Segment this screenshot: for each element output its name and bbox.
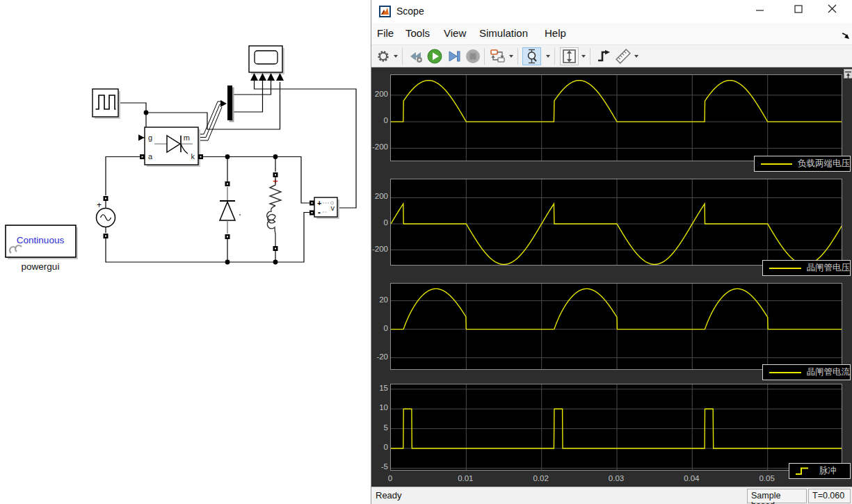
vm-plus-label: +	[317, 199, 321, 207]
matlab-app-icon	[379, 6, 391, 17]
menubar-overflow-icon[interactable]	[841, 30, 850, 42]
play-icon[interactable]	[426, 48, 443, 65]
menu-tools[interactable]: Tools	[405, 27, 430, 39]
x-tick-label: 0.02	[527, 474, 555, 482]
y-tick-label: 0	[371, 443, 388, 451]
stop-icon[interactable]	[465, 48, 481, 65]
powergui-block[interactable]: Continuous powergui	[6, 225, 78, 272]
zoom-dropdown-arrow[interactable]	[546, 55, 550, 58]
inductor-icon	[267, 206, 275, 251]
vm-minus-label: -	[318, 208, 321, 218]
step-back-icon[interactable]	[408, 48, 424, 65]
x-tick-label: 0	[376, 474, 404, 482]
statusbar: Ready Sample based T=0.060	[371, 487, 852, 504]
separator	[484, 48, 485, 65]
pulse-generator-block[interactable]	[93, 89, 120, 119]
port-label-k: k	[191, 152, 195, 161]
bus-arrow	[220, 100, 227, 107]
port-label-a: a	[148, 152, 153, 161]
legend-thyristor-voltage[interactable]: 晶闸管电压	[762, 260, 851, 276]
y-tick-label: 10	[371, 403, 388, 412]
y-tick-label: 15	[371, 384, 388, 392]
y-tick-label: 0	[371, 324, 388, 332]
legend-thyristor-current[interactable]: 晶闸管电流	[762, 364, 851, 380]
y-tick-label: -5	[371, 462, 388, 471]
step-forward-icon[interactable]	[446, 48, 463, 65]
menubar: File Tools View Simulation Help	[371, 23, 852, 44]
x-tick-label: 0.01	[451, 474, 479, 482]
layout-icon[interactable]	[490, 48, 506, 65]
vm-v-label: v	[331, 204, 335, 212]
simulink-model-canvas: g a m k + +	[0, 0, 371, 504]
ac-voltage-source-block[interactable]: +	[97, 200, 115, 233]
zoom-cursor-icon[interactable]	[522, 47, 541, 65]
y-tick-label: 5	[371, 423, 388, 432]
x-tick-label: 0.05	[753, 474, 781, 482]
demux-block[interactable]	[227, 86, 234, 122]
titlebar: Scope	[371, 0, 852, 23]
ac-plus-label: +	[97, 200, 102, 210]
measurement-bus	[198, 101, 222, 140]
y-tick-label: 0	[371, 218, 388, 227]
legend-pulse[interactable]: 脉冲	[789, 463, 851, 479]
legend-label: 脉冲	[819, 465, 837, 477]
ruler-dropdown-arrow[interactable]	[634, 55, 638, 58]
y-tick-label: -200	[371, 143, 388, 151]
legend-load-voltage[interactable]: 负载两端电压	[754, 156, 851, 172]
series-rl-branch-block[interactable]: +	[267, 176, 281, 251]
thyristor-block[interactable]: g a m k	[145, 127, 200, 167]
gear-dropdown-arrow[interactable]	[394, 55, 398, 58]
scope-screen-icon	[255, 51, 278, 64]
toolbar	[371, 44, 852, 67]
minimize-button[interactable]	[744, 0, 775, 21]
status-message: Ready	[376, 490, 402, 501]
fit-view-icon[interactable]	[560, 47, 579, 65]
port-label-g: g	[148, 133, 152, 142]
scope-plot-thyristor-voltage[interactable]	[390, 179, 842, 266]
close-button[interactable]	[817, 0, 848, 21]
connection-ports	[104, 154, 315, 251]
scope-plot-thyristor-current[interactable]	[390, 283, 842, 370]
menu-simulation[interactable]: Simulation	[479, 27, 528, 39]
legend-label: 晶闸管电流	[807, 366, 851, 378]
expand-plot-icon[interactable]	[844, 69, 852, 79]
legend-line-sample	[769, 372, 801, 373]
gear-icon[interactable]	[375, 48, 392, 65]
powergui-name-label: powergui	[22, 261, 60, 272]
powergui-mode-label: Continuous	[17, 235, 65, 245]
x-tick-label: 0.03	[602, 474, 630, 482]
y-tick-label: 0	[371, 116, 388, 124]
diode-triangle-icon	[220, 202, 235, 221]
separator	[517, 48, 518, 65]
status-sample-mode: Sample based	[747, 489, 807, 503]
fit-view-dropdown-arrow[interactable]	[581, 55, 586, 58]
scope-plot-load-voltage[interactable]	[390, 74, 842, 161]
x-tick-label: 0.04	[677, 474, 705, 482]
separator	[554, 48, 555, 65]
legend-line-sample	[769, 268, 801, 269]
status-sim-time: T=0.060	[808, 489, 851, 503]
window-title: Scope	[396, 6, 424, 17]
desktop: { "window": { "title": "Scope", "control…	[0, 0, 852, 504]
trigger-icon[interactable]	[595, 48, 612, 65]
y-tick-label: 200	[371, 90, 388, 98]
scope-block[interactable]	[249, 46, 284, 81]
voltage-measurement-block[interactable]: + - v	[314, 197, 339, 219]
scope-plot-pulse[interactable]	[390, 384, 842, 471]
maximize-button[interactable]	[782, 0, 814, 21]
legend-line-sample	[761, 163, 792, 165]
scope-window: Scope File Tools View Simulation Help	[371, 0, 852, 504]
gate-arrow	[138, 135, 145, 141]
menu-view[interactable]: View	[444, 27, 466, 39]
layout-dropdown-arrow[interactable]	[509, 55, 513, 58]
y-tick-label: -20	[371, 352, 388, 361]
ruler-icon[interactable]	[615, 48, 632, 65]
y-tick-label: 200	[371, 192, 388, 200]
scope-canvas: 负载两端电压 晶闸管电压 晶闸管电流 脉冲 2000-2002000-20020…	[371, 67, 852, 487]
menu-file[interactable]: File	[377, 27, 394, 39]
pulse-step-icon	[794, 466, 814, 477]
port-label-m: m	[184, 133, 190, 142]
legend-label: 负载两端电压	[798, 158, 850, 170]
diode-block[interactable]	[220, 187, 241, 234]
menu-help[interactable]: Help	[545, 27, 566, 39]
